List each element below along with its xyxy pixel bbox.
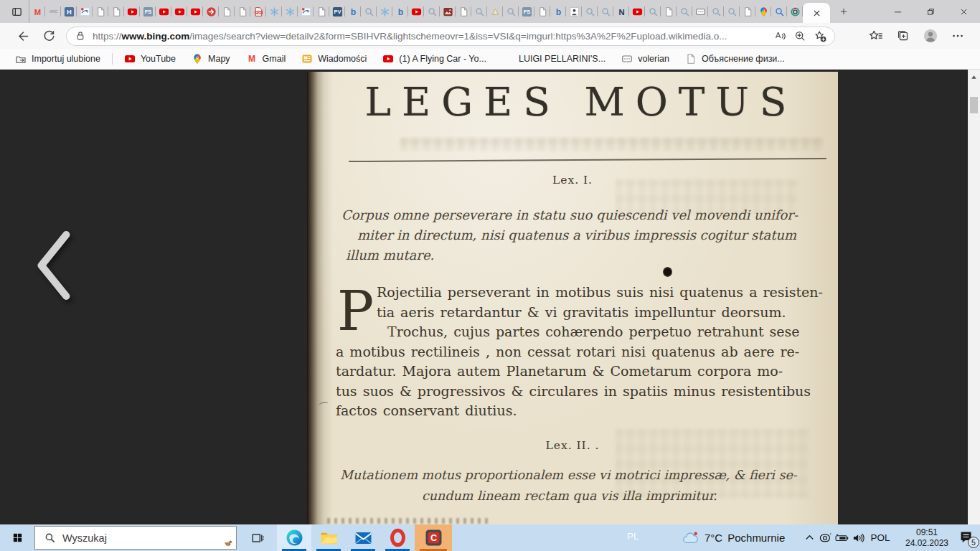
close-window-button[interactable] — [947, 0, 980, 23]
tab-blank[interactable] — [456, 0, 471, 23]
new-tab-button[interactable] — [833, 0, 854, 23]
tab-n[interactable]: N — [613, 0, 629, 23]
tab-blank[interactable] — [314, 0, 329, 23]
tab-blank[interactable] — [93, 0, 108, 23]
tab-bing[interactable]: b — [345, 0, 361, 23]
bookmark-item[interactable]: LUIGI PELLARINI'S... — [494, 51, 613, 67]
page-text-line: tardatur. Majora autem Planetarum & Come… — [307, 362, 819, 382]
weather-widget[interactable]: 7°C Pochmurnie — [682, 524, 785, 551]
bookmark-item[interactable]: YouTube — [116, 51, 184, 67]
tab-snowflake[interactable] — [266, 0, 282, 23]
action-center-button[interactable]: 5 — [956, 524, 979, 551]
scrollbar[interactable] — [968, 70, 980, 524]
tab-person[interactable] — [566, 0, 582, 23]
hidden-icons-button[interactable] — [801, 524, 818, 551]
battery-button[interactable] — [832, 524, 851, 551]
restore-button[interactable] — [914, 0, 947, 23]
scroll-up-arrow[interactable] — [970, 73, 978, 81]
bookmark-label: Wiadomości — [318, 54, 367, 64]
settings-menu-button[interactable] — [944, 25, 971, 47]
tab-flyingcar[interactable] — [298, 0, 314, 23]
svg-text:C: C — [430, 533, 436, 543]
task-view-button[interactable] — [241, 524, 274, 551]
taskbar-app-mail[interactable] — [346, 524, 380, 551]
start-button[interactable] — [0, 524, 34, 551]
minimize-icon — [892, 6, 904, 18]
tab-youtube[interactable] — [156, 0, 171, 23]
collections-button[interactable] — [890, 25, 917, 47]
tab-blank[interactable] — [219, 0, 235, 23]
previous-image-button[interactable] — [27, 229, 79, 302]
tab-search[interactable] — [361, 0, 377, 23]
bookmark-item[interactable]: Объяснение физи... — [677, 51, 793, 67]
tab-maps[interactable] — [755, 0, 771, 23]
windows-logo-icon — [11, 532, 24, 544]
close-tab-icon[interactable] — [813, 9, 821, 17]
tab-blank[interactable] — [235, 0, 250, 23]
tab-pv[interactable]: PV — [329, 0, 345, 23]
tab-actions-menu-button[interactable] — [4, 0, 29, 23]
tab-blank[interactable] — [661, 0, 677, 23]
clock[interactable]: 09:51 24.02.2023 — [895, 524, 958, 551]
tab-card[interactable] — [692, 0, 708, 23]
tab-arrow-red[interactable] — [203, 0, 219, 23]
tab-pdf[interactable]: PDF — [250, 0, 266, 23]
tab-fs[interactable]: FS — [140, 0, 156, 23]
tab-search-blue[interactable] — [771, 0, 787, 23]
tab-blank[interactable] — [534, 0, 550, 23]
bookmark-item[interactable]: Wiadomości — [293, 51, 374, 67]
meet-now-button[interactable] — [816, 524, 834, 551]
tab-fs[interactable]: FS — [519, 0, 534, 23]
tab-search[interactable] — [424, 0, 440, 23]
tab-snowflake[interactable] — [282, 0, 298, 23]
tab-youtube[interactable] — [408, 0, 424, 23]
refresh-button[interactable] — [36, 25, 62, 47]
tab-youtube[interactable] — [124, 0, 140, 23]
add-favorite-button[interactable] — [810, 27, 830, 44]
tab-bing[interactable]: b — [392, 0, 408, 23]
tab-gmail[interactable]: M — [29, 0, 45, 23]
favorites-button[interactable] — [862, 25, 890, 47]
tab-youtube[interactable] — [171, 0, 187, 23]
tab-flyingcar[interactable] — [77, 0, 93, 23]
book-page-image[interactable]: LEGES MOTUS Lex. I. Corpus omne persever… — [307, 72, 838, 524]
bookmark-item[interactable]: MGmail — [238, 51, 294, 67]
taskbar-app-edge[interactable] — [277, 524, 311, 551]
zoom-button[interactable] — [790, 27, 810, 44]
tab-search[interactable] — [677, 0, 692, 23]
tab-search[interactable] — [471, 0, 487, 23]
tab-search[interactable] — [598, 0, 613, 23]
minimize-button[interactable] — [881, 0, 914, 23]
tab-search[interactable] — [708, 0, 724, 23]
bookmark-item[interactable]: (1) A Flying Car - Yo... — [374, 51, 494, 67]
tab-bing[interactable]: b — [550, 0, 566, 23]
taskbar-app-opera[interactable] — [380, 524, 415, 551]
tab-photos[interactable] — [440, 0, 456, 23]
tab-snowflake[interactable] — [377, 0, 392, 23]
active-tab[interactable] — [803, 3, 830, 23]
tab-search[interactable] — [582, 0, 598, 23]
profile-button[interactable] — [917, 25, 944, 47]
bookmark-item[interactable]: Mapy — [184, 51, 238, 67]
back-button[interactable] — [10, 25, 36, 47]
tab-search[interactable] — [503, 0, 519, 23]
tab-wikimedia[interactable] — [787, 0, 803, 23]
tab-search[interactable] — [724, 0, 740, 23]
tab-cone[interactable] — [487, 0, 503, 23]
scrollbar-thumb[interactable] — [970, 97, 978, 113]
bookmark-item[interactable]: volerian — [613, 51, 677, 67]
taskbar-app-c-app[interactable]: C — [415, 524, 452, 551]
tab-arc[interactable]: ARC — [45, 0, 61, 23]
tab-blank[interactable] — [108, 0, 124, 23]
address-bar[interactable]: https://www.bing.com/images/search?view=… — [66, 27, 835, 46]
tab-blank[interactable] — [740, 0, 755, 23]
tab-youtube[interactable] — [629, 0, 645, 23]
taskbar-search-box[interactable]: Wyszukaj — [34, 526, 237, 550]
tab-youtube[interactable] — [187, 0, 203, 23]
taskbar-app-explorer[interactable] — [311, 524, 346, 551]
read-aloud-button[interactable]: A — [770, 27, 790, 44]
tab-search[interactable] — [645, 0, 661, 23]
tab-h[interactable]: H — [61, 0, 77, 23]
bookmark-item[interactable]: Importuj ulubione — [7, 51, 108, 67]
keyboard-language-button[interactable]: POL — [865, 524, 895, 551]
